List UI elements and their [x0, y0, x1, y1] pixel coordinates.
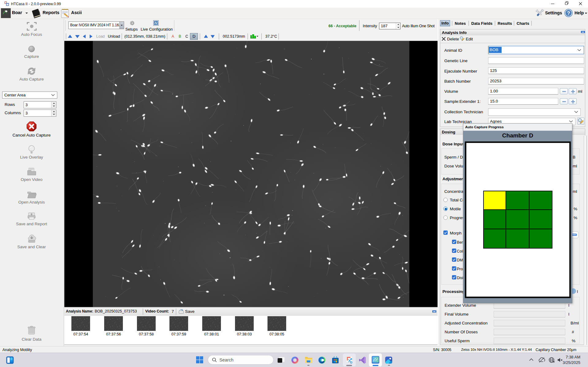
- svg-text:?: ?: [567, 10, 570, 16]
- svg-text:+: +: [351, 358, 352, 360]
